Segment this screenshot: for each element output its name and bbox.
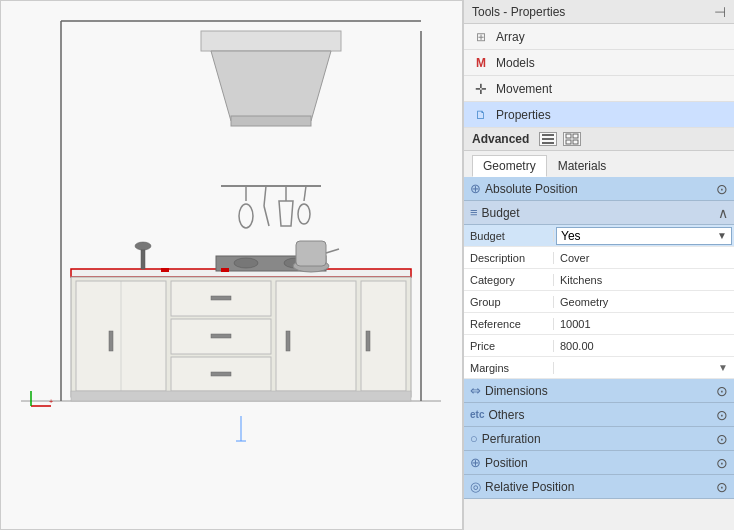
prop-label-price: Price xyxy=(464,340,554,352)
budget-icon: ≡ xyxy=(470,205,478,220)
dimensions-label: Dimensions xyxy=(485,384,548,398)
prop-value-group: Geometry xyxy=(554,296,734,308)
tab-geometry[interactable]: Geometry xyxy=(472,155,547,177)
absolute-position-icon: ⊕ xyxy=(470,181,481,196)
prop-row-group: Group Geometry xyxy=(464,291,734,313)
prop-value-budget[interactable]: Yes ▼ xyxy=(556,227,732,245)
menu-item-movement[interactable]: ✛ Movement xyxy=(464,76,734,102)
others-chevron: ⊙ xyxy=(716,407,728,423)
prop-row-budget: Budget Yes ▼ xyxy=(464,225,734,247)
svg-rect-50 xyxy=(542,142,554,144)
menu-label-movement: Movement xyxy=(496,82,552,96)
menu-item-models[interactable]: M Models xyxy=(464,50,734,76)
menu-label-properties: Properties xyxy=(496,108,551,122)
properties-icon: 🗋 xyxy=(472,106,490,124)
view-list-icon[interactable] xyxy=(539,132,557,146)
prop-label-budget: Budget xyxy=(464,230,554,242)
svg-rect-9 xyxy=(109,331,113,351)
margins-dropdown-arrow[interactable]: ▼ xyxy=(718,362,728,373)
sub-tabs: Geometry Materials xyxy=(464,151,734,177)
svg-rect-49 xyxy=(542,138,554,140)
prop-label-description: Description xyxy=(464,252,554,264)
svg-rect-48 xyxy=(542,134,554,136)
section-position[interactable]: ⊕ Position ⊙ xyxy=(464,451,734,475)
svg-rect-41 xyxy=(161,268,169,272)
models-icon: M xyxy=(472,54,490,72)
absolute-position-label: Absolute Position xyxy=(485,182,578,196)
menu-label-models: Models xyxy=(496,56,535,70)
budget-dropdown-arrow[interactable]: ▼ xyxy=(717,230,727,241)
svg-rect-51 xyxy=(566,134,571,138)
viewport-content: + xyxy=(1,1,462,529)
svg-rect-54 xyxy=(573,140,578,144)
prop-label-margins: Margins xyxy=(464,362,554,374)
prop-label-reference: Reference xyxy=(464,318,554,330)
relative-position-label: Relative Position xyxy=(485,480,574,494)
svg-rect-39 xyxy=(141,249,145,269)
svg-rect-13 xyxy=(211,296,231,300)
svg-point-40 xyxy=(135,242,151,250)
section-absolute-position[interactable]: ⊕ Absolute Position ⊙ xyxy=(464,177,734,201)
menu-item-properties[interactable]: 🗋 Properties xyxy=(464,102,734,128)
svg-rect-53 xyxy=(566,140,571,144)
position-label: Position xyxy=(485,456,528,470)
menu-label-array: Array xyxy=(496,30,525,44)
svg-rect-37 xyxy=(296,241,326,266)
prop-row-description: Description Cover xyxy=(464,247,734,269)
prop-value-reference: 10001 xyxy=(554,318,734,330)
svg-point-25 xyxy=(234,258,258,268)
array-icon: ⊞ xyxy=(472,28,490,46)
panel-title: Tools - Properties ⊣ xyxy=(464,0,734,24)
dimensions-icon: ⇔ xyxy=(470,383,481,398)
svg-rect-18 xyxy=(286,331,290,351)
relative-position-icon: ◎ xyxy=(470,479,481,494)
prop-row-reference: Reference 10001 xyxy=(464,313,734,335)
section-dimensions[interactable]: ⇔ Dimensions ⊙ xyxy=(464,379,734,403)
prop-label-group: Group xyxy=(464,296,554,308)
prop-value-description: Cover xyxy=(554,252,734,264)
perforation-label: Perfuration xyxy=(482,432,541,446)
perforation-icon: ○ xyxy=(470,431,478,446)
budget-chevron: ∧ xyxy=(718,205,728,221)
dimensions-chevron: ⊙ xyxy=(716,383,728,399)
prop-row-price: Price 800.00 xyxy=(464,335,734,357)
view-grid-icon[interactable] xyxy=(563,132,581,146)
position-chevron: ⊙ xyxy=(716,455,728,471)
svg-marker-22 xyxy=(211,51,331,121)
relative-position-chevron: ⊙ xyxy=(716,479,728,495)
svg-rect-19 xyxy=(366,331,370,351)
others-icon: etc xyxy=(470,409,484,420)
budget-value-text: Yes xyxy=(561,229,581,243)
position-icon: ⊕ xyxy=(470,455,481,470)
movement-icon: ✛ xyxy=(472,80,490,98)
others-label: Others xyxy=(488,408,524,422)
prop-label-category: Category xyxy=(464,274,554,286)
panel-title-text: Tools - Properties xyxy=(472,5,565,19)
viewport: + xyxy=(0,0,463,530)
tab-materials[interactable]: Materials xyxy=(547,155,618,177)
prop-value-price: 800.00 xyxy=(554,340,734,352)
svg-rect-20 xyxy=(71,391,411,401)
section-others[interactable]: etc Others ⊙ xyxy=(464,403,734,427)
svg-rect-52 xyxy=(573,134,578,138)
prop-row-margins: Margins ▼ xyxy=(464,357,734,379)
svg-rect-23 xyxy=(231,116,311,126)
pin-icon[interactable]: ⊣ xyxy=(714,4,726,20)
prop-row-category: Category Kitchens xyxy=(464,269,734,291)
section-budget[interactable]: ≡ Budget ∧ xyxy=(464,201,734,225)
svg-text:+: + xyxy=(49,398,53,405)
prop-value-category: Kitchens xyxy=(554,274,734,286)
svg-rect-21 xyxy=(201,31,341,51)
advanced-section: Advanced xyxy=(464,128,734,151)
budget-label: Budget xyxy=(482,206,520,220)
svg-rect-42 xyxy=(221,268,229,272)
menu-item-array[interactable]: ⊞ Array xyxy=(464,24,734,50)
prop-value-margins[interactable]: ▼ xyxy=(554,362,734,373)
properties-area[interactable]: ⊕ Absolute Position ⊙ ≡ Budget ∧ Budget … xyxy=(464,177,734,530)
right-panel: Tools - Properties ⊣ ⊞ Array M Models ✛ … xyxy=(463,0,734,530)
svg-rect-15 xyxy=(211,372,231,376)
absolute-position-chevron: ⊙ xyxy=(716,181,728,197)
section-relative-position[interactable]: ◎ Relative Position ⊙ xyxy=(464,475,734,499)
section-perforation[interactable]: ○ Perfuration ⊙ xyxy=(464,427,734,451)
advanced-label: Advanced xyxy=(472,132,529,146)
